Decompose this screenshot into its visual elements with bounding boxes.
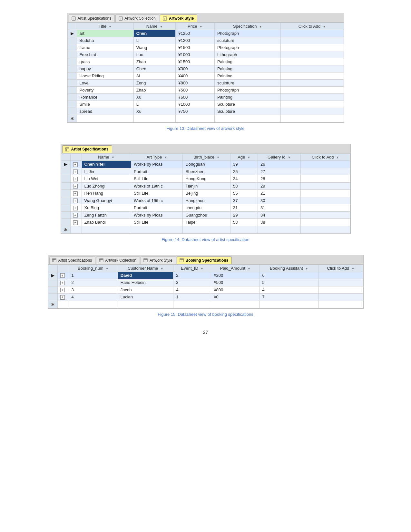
cell-add[interactable]: [281, 94, 344, 101]
tab-artwork-collection-13[interactable]: Artwork Collection: [115, 15, 159, 22]
cell-add[interactable]: [318, 272, 363, 279]
cell-add[interactable]: [281, 80, 344, 87]
cell-price[interactable]: ¥1500: [176, 44, 215, 51]
cell-add[interactable]: [301, 182, 350, 190]
cell-add[interactable]: [301, 175, 350, 183]
cell-assistant[interactable]: 6: [259, 272, 318, 279]
cell-age[interactable]: 39: [230, 161, 258, 168]
cell-assistant[interactable]: 4: [259, 286, 318, 294]
cell-art-type[interactable]: Works by Picas: [131, 161, 183, 168]
cell-add[interactable]: [318, 294, 363, 301]
col-event-id[interactable]: Event_ID ▼: [173, 265, 211, 272]
fig13-tab-bar[interactable]: Artist Specifications Artwork Collection…: [67, 13, 344, 23]
cell-age[interactable]: 34: [230, 175, 258, 183]
col-birth-place[interactable]: Birth_place ▼: [183, 154, 230, 161]
cell-add[interactable]: [301, 197, 350, 204]
cell-age[interactable]: 25: [230, 168, 258, 175]
cell-title[interactable]: art: [77, 30, 133, 37]
cell-title[interactable]: spread: [77, 108, 133, 115]
cell-spec[interactable]: Painting: [214, 94, 280, 101]
cell-birth-place[interactable]: chengdu: [183, 204, 230, 212]
cell-art-type[interactable]: Still Life: [131, 190, 183, 197]
cell-price[interactable]: ¥1000: [176, 101, 215, 108]
cell-gallery-id[interactable]: 34: [258, 211, 301, 219]
cell-add[interactable]: [281, 37, 344, 44]
col-click-to-add[interactable]: Click to Add ▼: [318, 265, 363, 272]
tab-artwork-collection-15[interactable]: Artwork Collection: [96, 256, 140, 264]
cell-age[interactable]: 29: [230, 211, 258, 219]
expand-cell[interactable]: +: [70, 219, 82, 226]
cell-assistant[interactable]: 7: [259, 294, 318, 301]
cell-spec[interactable]: Photograph: [214, 30, 280, 37]
expand-cell[interactable]: +: [57, 286, 69, 294]
cell-art-type[interactable]: Still Life: [131, 175, 183, 183]
expand-cell[interactable]: +: [70, 182, 82, 190]
cell-empty[interactable]: [214, 115, 280, 122]
cell-name[interactable]: Wang Guangyi: [82, 197, 131, 204]
cell-gallery-id[interactable]: 26: [258, 161, 301, 168]
cell-spec[interactable]: Painting: [214, 65, 280, 73]
cell-paid[interactable]: ¥0: [211, 294, 259, 301]
expand-cell[interactable]: +: [70, 197, 82, 204]
cell-booking-num[interactable]: 4: [69, 294, 118, 301]
cell-empty[interactable]: [176, 115, 215, 122]
cell-empty[interactable]: [173, 301, 211, 308]
cell-age[interactable]: 37: [230, 197, 258, 204]
cell-paid[interactable]: ¥500: [211, 279, 259, 286]
tab-artist-specs-14[interactable]: Artist Specifications: [62, 145, 112, 153]
col-gallery-id[interactable]: Gallery Id ▼: [258, 154, 301, 161]
cell-event-id[interactable]: 4: [173, 286, 211, 294]
cell-title[interactable]: grass: [77, 58, 133, 65]
cell-add[interactable]: [301, 161, 350, 168]
cell-gallery-id[interactable]: 28: [258, 175, 301, 183]
cell-title[interactable]: Smile: [77, 101, 133, 108]
cell-price[interactable]: ¥1250: [176, 30, 215, 37]
cell-empty[interactable]: [230, 226, 258, 233]
cell-spec[interactable]: Painting: [214, 58, 280, 65]
cell-empty[interactable]: [133, 115, 175, 122]
cell-birth-place[interactable]: Taipei: [183, 219, 230, 226]
cell-birth-place[interactable]: Tianjin: [183, 182, 230, 190]
cell-empty[interactable]: [69, 301, 118, 308]
cell-empty[interactable]: [183, 226, 230, 233]
cell-title[interactable]: happy: [77, 65, 133, 73]
cell-age[interactable]: 31: [230, 204, 258, 212]
cell-add[interactable]: [301, 168, 350, 175]
cell-customer[interactable]: Lucian: [118, 294, 173, 301]
cell-age[interactable]: 58: [230, 182, 258, 190]
cell-name[interactable]: Luo: [133, 51, 175, 58]
cell-booking-num[interactable]: 1: [69, 272, 118, 279]
cell-empty[interactable]: [211, 301, 259, 308]
cell-name[interactable]: Ren Hang: [82, 190, 131, 197]
cell-name[interactable]: Xu Bing: [82, 204, 131, 212]
cell-name[interactable]: Li Jin: [82, 168, 131, 175]
cell-gallery-id[interactable]: 21: [258, 190, 301, 197]
cell-price[interactable]: ¥400: [176, 73, 215, 80]
cell-paid[interactable]: ¥200: [211, 272, 259, 279]
cell-price[interactable]: ¥800: [176, 80, 215, 87]
cell-empty[interactable]: [131, 226, 183, 233]
cell-birth-place[interactable]: Hong Kong: [183, 175, 230, 183]
cell-add[interactable]: [281, 108, 344, 115]
col-paid-amount[interactable]: Paid_Amount ▼: [211, 265, 259, 272]
cell-name[interactable]: Xu: [133, 94, 175, 101]
cell-birth-place[interactable]: Hangzhou: [183, 197, 230, 204]
cell-age[interactable]: 55: [230, 190, 258, 197]
col-title[interactable]: Title ▼: [77, 23, 133, 30]
cell-event-id[interactable]: 3: [173, 279, 211, 286]
cell-add[interactable]: [281, 101, 344, 108]
cell-name[interactable]: Wang: [133, 44, 175, 51]
cell-add[interactable]: [281, 65, 344, 73]
cell-empty[interactable]: [318, 301, 363, 308]
cell-gallery-id[interactable]: 38: [258, 219, 301, 226]
cell-birth-place[interactable]: Dongguan: [183, 161, 230, 168]
cell-price[interactable]: ¥500: [176, 87, 215, 94]
tab-artwork-style-15[interactable]: Artwork Style: [141, 256, 176, 264]
cell-age[interactable]: 58: [230, 219, 258, 226]
cell-name[interactable]: Luo Zhongl: [82, 182, 131, 190]
cell-event-id[interactable]: 2: [173, 272, 211, 279]
cell-spec[interactable]: Lithograph: [214, 51, 280, 58]
expand-cell[interactable]: +: [57, 294, 69, 301]
cell-add[interactable]: [281, 73, 344, 80]
cell-art-type[interactable]: Portrait: [131, 168, 183, 175]
